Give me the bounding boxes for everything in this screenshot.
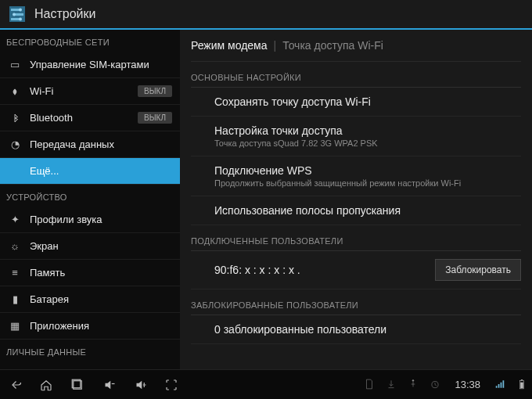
sidebar-item-storage[interactable]: ≡ Память <box>0 260 180 286</box>
svg-point-2 <box>19 9 22 12</box>
display-icon: ☼ <box>8 240 22 252</box>
sidebar-item-apps[interactable]: ▦ Приложения <box>0 313 180 340</box>
sidebar-item-label: Управление SIM-картами <box>30 59 172 70</box>
section-device: УСТРОЙСТВО <box>0 185 180 207</box>
main-panel: Режим модема | Точка доступа Wi-Fi ОСНОВ… <box>180 30 532 369</box>
block-button[interactable]: Заблокировать <box>435 259 521 281</box>
setting-label: Использование полосы пропускания <box>214 204 521 217</box>
breadcrumb-tethering[interactable]: Режим модема <box>191 39 268 52</box>
volume-up-button[interactable] <box>130 375 150 395</box>
setting-configure-hotspot[interactable]: Настройка точки доступа Точка доступа sQ… <box>191 117 521 156</box>
svg-rect-13 <box>520 382 523 388</box>
signal-icon <box>494 379 505 391</box>
settings-sidebar: БЕСПРОВОДНЫЕ СЕТИ ▭ Управление SIM-карта… <box>0 30 180 369</box>
sidebar-item-battery[interactable]: ▮ Батарея <box>0 286 180 313</box>
sidebar-item-display[interactable]: ☼ Экран <box>0 233 180 260</box>
sound-icon: ✦ <box>8 214 22 225</box>
setting-wps[interactable]: Подключение WPS Продолжить выбранный защ… <box>191 156 521 196</box>
breadcrumb-hotspot: Точка доступа Wi-Fi <box>282 39 383 52</box>
sidebar-item-more[interactable]: Ещё... <box>0 158 180 185</box>
setting-sublabel: Точка доступа sQuad 7.82 3G WPA2 PSK <box>214 138 521 148</box>
section-wireless: БЕСПРОВОДНЫЕ СЕТИ <box>0 30 180 52</box>
breadcrumb-separator: | <box>274 39 277 52</box>
settings-icon <box>6 3 28 25</box>
download-icon <box>386 379 397 391</box>
back-button[interactable] <box>5 375 25 395</box>
setting-bandwidth[interactable]: Использование полосы пропускания <box>191 196 521 225</box>
screenshot-button[interactable] <box>161 375 182 395</box>
section-personal: ЛИЧНЫЕ ДАННЫЕ <box>0 340 180 361</box>
sidebar-item-label: Профили звука <box>30 214 172 225</box>
sidebar-item-label: Экран <box>30 240 172 252</box>
setting-keep-hotspot[interactable]: Сохранять точку доступа Wi-Fi <box>191 88 521 117</box>
sidebar-item-location[interactable]: ⌖ Мое местоположение <box>0 361 180 369</box>
sidebar-item-wifi[interactable]: Wi-Fi ВЫКЛ <box>0 78 180 105</box>
battery-icon: ▮ <box>8 293 22 305</box>
battery-status-icon <box>516 379 527 391</box>
sidebar-item-sound[interactable]: ✦ Профили звука <box>0 207 180 233</box>
system-navbar: 13:38 <box>0 369 532 399</box>
sidebar-item-label: Батарея <box>30 293 172 305</box>
group-connected-users: ПОДКЛЮЧЕННЫЕ ПОЛЬЗОВАТЕЛИ <box>191 225 521 251</box>
setting-sublabel: Продолжить выбранный защищенный режим на… <box>214 178 521 188</box>
title-bar: Настройки <box>0 0 532 30</box>
home-button[interactable] <box>36 375 56 395</box>
sidebar-item-label: Передача данных <box>30 138 172 150</box>
sidebar-item-label: Ещё... <box>30 165 172 177</box>
sidebar-item-bluetooth[interactable]: Bluetooth ВЫКЛ <box>0 105 180 131</box>
connected-user-row: 90:f6: x : x : x : x . Заблокировать <box>191 251 521 289</box>
sidebar-item-sim[interactable]: ▭ Управление SIM-картами <box>0 52 180 78</box>
sd-card-icon <box>364 379 375 391</box>
data-usage-icon: ◔ <box>8 138 22 150</box>
sidebar-item-label: Приложения <box>30 320 172 332</box>
storage-icon: ≡ <box>8 267 22 279</box>
svg-point-4 <box>13 13 16 16</box>
svg-point-6 <box>19 18 22 21</box>
mac-address: 90:f6: x : x : x : x . <box>214 264 435 276</box>
blocked-users-count[interactable]: 0 заблокированные пользователи <box>191 315 521 344</box>
apps-icon: ▦ <box>8 320 22 332</box>
setting-label: Подключение WPS <box>214 164 521 177</box>
app-title: Настройки <box>34 7 95 21</box>
usb-icon <box>408 379 419 391</box>
recent-apps-button[interactable] <box>67 375 88 395</box>
setting-label: Настройка точки доступа <box>214 124 521 137</box>
setting-label: Сохранять точку доступа Wi-Fi <box>214 95 521 108</box>
alarm-icon <box>430 379 440 391</box>
bluetooth-icon <box>8 113 22 123</box>
sidebar-item-label: Wi-Fi <box>30 85 138 97</box>
sim-icon: ▭ <box>8 59 22 70</box>
volume-down-button[interactable] <box>99 375 119 395</box>
wifi-toggle-off[interactable]: ВЫКЛ <box>138 85 172 97</box>
sidebar-item-label: Память <box>30 267 172 279</box>
setting-label: 0 заблокированные пользователи <box>214 323 521 336</box>
sidebar-item-label: Bluetooth <box>30 112 138 124</box>
svg-rect-12 <box>521 379 523 380</box>
sidebar-item-data-usage[interactable]: ◔ Передача данных <box>0 131 180 158</box>
status-clock: 13:38 <box>455 379 480 390</box>
svg-point-9 <box>412 379 414 381</box>
wifi-icon <box>8 86 22 97</box>
bluetooth-toggle-off[interactable]: ВЫКЛ <box>138 112 172 124</box>
group-blocked-users: ЗАБЛОКИРОВАННЫЕ ПОЛЬЗОВАТЕЛИ <box>191 289 521 315</box>
group-basic-settings: ОСНОВНЫЕ НАСТРОЙКИ <box>191 62 521 88</box>
breadcrumb: Режим модема | Точка доступа Wi-Fi <box>191 30 521 62</box>
